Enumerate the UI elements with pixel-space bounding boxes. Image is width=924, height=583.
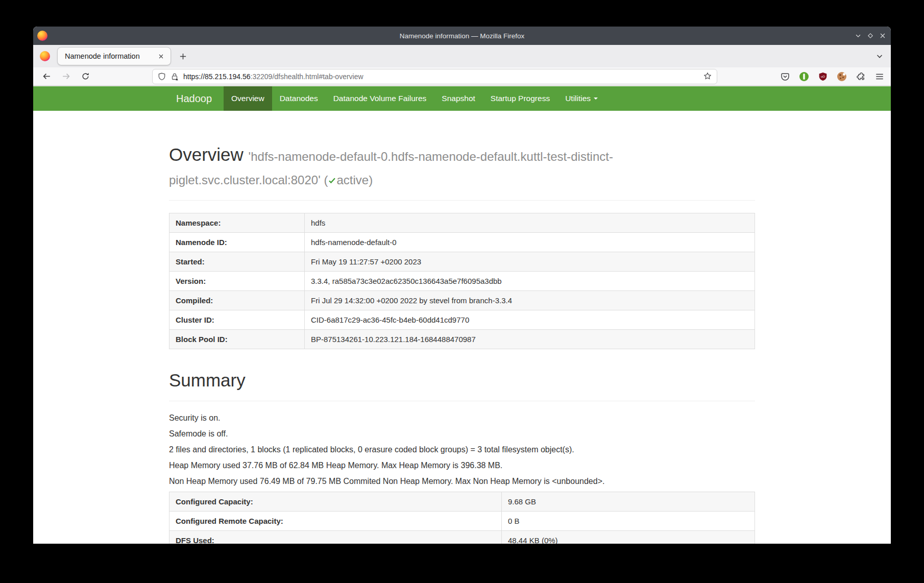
navbar-item[interactable]: Snapshot bbox=[434, 86, 483, 111]
table-row: Namenode ID: hdfs-namenode-default-0 bbox=[169, 233, 755, 252]
tab-title: Namenode information bbox=[65, 52, 156, 60]
close-icon[interactable] bbox=[879, 32, 887, 40]
green-extension-icon[interactable] bbox=[799, 71, 809, 82]
navbar-brand[interactable]: Hadoop bbox=[169, 86, 220, 111]
forward-icon[interactable] bbox=[60, 70, 72, 83]
navbar-item-label: Overview bbox=[231, 86, 264, 111]
row-value: Fri May 19 11:27:57 +0200 2023 bbox=[305, 252, 755, 272]
reload-icon[interactable] bbox=[79, 70, 91, 83]
overview-heading: Overview bbox=[169, 144, 244, 164]
extensions-puzzle-icon[interactable] bbox=[856, 71, 866, 82]
row-label: Cluster ID: bbox=[169, 310, 305, 330]
navbar-item[interactable]: Startup Progress bbox=[483, 86, 557, 111]
row-value: CID-6a817c29-ac36-45fc-b4eb-60dd41cd9770 bbox=[305, 310, 755, 330]
row-label: Block Pool ID: bbox=[169, 330, 305, 349]
pocket-save-icon[interactable] bbox=[780, 71, 790, 82]
navigation-toolbar: https://85.215.194.56:32209/dfshealth.ht… bbox=[33, 67, 891, 86]
summary-text: Heap Memory used 37.76 MB of 62.84 MB He… bbox=[169, 460, 755, 471]
summary-heading: Summary bbox=[169, 369, 755, 392]
browser-tab[interactable]: Namenode information bbox=[57, 47, 171, 65]
row-value: 0 B bbox=[502, 511, 755, 530]
page-title: Overview 'hdfs-namenode-default-0.hdfs-n… bbox=[169, 143, 755, 190]
table-row: Configured Capacity: 9.68 GB bbox=[169, 492, 755, 511]
table-row: Configured Remote Capacity: 0 B bbox=[169, 511, 755, 530]
url-host: https://85.215.194.56 bbox=[183, 72, 251, 81]
window-title: Namenode information — Mozilla Firefox bbox=[33, 32, 891, 40]
maximize-icon[interactable] bbox=[866, 32, 874, 40]
capacity-table: Configured Capacity: 9.68 GB Configured … bbox=[169, 492, 755, 544]
row-value: 48.44 KB (0%) bbox=[502, 530, 755, 544]
navbar-item-label: Startup Progress bbox=[491, 86, 550, 111]
lock-warning-icon[interactable] bbox=[171, 72, 179, 81]
navbar-item[interactable]: Utilities bbox=[557, 86, 605, 111]
row-label: Configured Remote Capacity: bbox=[169, 511, 502, 530]
row-label: DFS Used: bbox=[169, 530, 502, 544]
navbar-item-label: Datanode Volume Failures bbox=[333, 86, 427, 111]
navbar-items: Overview Datanodes Datanode Volume Failu… bbox=[224, 86, 605, 111]
summary-paragraphs: Security is on. Safemode is off. 2 files… bbox=[169, 412, 755, 487]
namenode-info-table: Namespace: hdfs Namenode ID: hdfs-nameno… bbox=[169, 213, 755, 349]
row-value: hdfs bbox=[305, 213, 755, 233]
navbar-item[interactable]: Overview bbox=[224, 86, 272, 111]
tab-close-icon[interactable] bbox=[156, 52, 165, 61]
row-label: Compiled: bbox=[169, 291, 305, 310]
status-badge: active bbox=[336, 173, 369, 187]
ublock-origin-icon[interactable]: uO bbox=[818, 71, 828, 82]
table-row: DFS Used: 48.44 KB (0%) bbox=[169, 530, 755, 544]
tab-strip: Namenode information bbox=[33, 45, 891, 67]
table-row: Compiled: Fri Jul 29 14:32:00 +0200 2022… bbox=[169, 291, 755, 310]
navbar-item-label: Utilities bbox=[565, 86, 591, 111]
row-label: Namespace: bbox=[169, 213, 305, 233]
summary-text: Security is on. bbox=[169, 412, 755, 423]
navbar-item[interactable]: Datanodes bbox=[272, 86, 326, 111]
row-value: hdfs-namenode-default-0 bbox=[305, 233, 755, 252]
firefox-window: Namenode information — Mozilla Firefox N… bbox=[33, 27, 891, 544]
url-text[interactable]: https://85.215.194.56:32209/dfshealth.ht… bbox=[183, 72, 703, 81]
summary-text: 2 files and directories, 1 blocks (1 rep… bbox=[169, 444, 755, 455]
row-value: 9.68 GB bbox=[502, 492, 755, 511]
summary-text: Safemode is off. bbox=[169, 428, 755, 439]
table-row: Version: 3.3.4, ra585a73c3e02ac62350c136… bbox=[169, 272, 755, 291]
summary-text: Non Heap Memory used 76.49 MB of 79.75 M… bbox=[169, 476, 755, 487]
navbar-item-label: Snapshot bbox=[442, 86, 475, 111]
active-check-icon bbox=[328, 173, 336, 181]
url-bar[interactable]: https://85.215.194.56:32209/dfshealth.ht… bbox=[152, 69, 717, 84]
url-path: :32209/dfshealth.html#tab-overview bbox=[251, 72, 363, 81]
row-label: Started: bbox=[169, 252, 305, 272]
row-label: Version: bbox=[169, 272, 305, 291]
svg-text:uO: uO bbox=[821, 75, 825, 78]
table-row: Cluster ID: CID-6a817c29-ac36-45fc-b4eb-… bbox=[169, 310, 755, 330]
utilities-caret-icon bbox=[594, 98, 598, 100]
table-row: Namespace: hdfs bbox=[169, 213, 755, 233]
firefox-view-icon[interactable] bbox=[40, 51, 50, 61]
list-all-tabs-icon[interactable] bbox=[876, 52, 891, 60]
table-row: Block Pool ID: BP-875134261-10.223.121.1… bbox=[169, 330, 755, 349]
menu-hamburger-icon[interactable] bbox=[874, 71, 885, 82]
tracking-shield-icon[interactable] bbox=[158, 72, 166, 81]
hadoop-navbar: Hadoop Overview Datanodes Datanode Volum… bbox=[33, 86, 891, 111]
cookie-icon[interactable] bbox=[837, 71, 847, 82]
page-viewport: Hadoop Overview Datanodes Datanode Volum… bbox=[33, 86, 891, 544]
row-value: BP-875134261-10.223.121.184-168448847098… bbox=[305, 330, 755, 349]
window-titlebar[interactable]: Namenode information — Mozilla Firefox bbox=[33, 27, 891, 45]
row-label: Configured Capacity: bbox=[169, 492, 502, 511]
row-value: 3.3.4, ra585a73c3e02ac62350c136643a5e7f6… bbox=[305, 272, 755, 291]
row-label: Namenode ID: bbox=[169, 233, 305, 252]
minimize-icon[interactable] bbox=[854, 32, 862, 40]
new-tab-icon[interactable] bbox=[176, 50, 189, 63]
back-icon[interactable] bbox=[40, 70, 53, 83]
bookmark-star-icon[interactable] bbox=[703, 72, 713, 81]
row-value: Fri Jul 29 14:32:00 +0200 2022 by stevel… bbox=[305, 291, 755, 310]
navbar-item[interactable]: Datanode Volume Failures bbox=[326, 86, 434, 111]
navbar-item-label: Datanodes bbox=[280, 86, 318, 111]
table-row: Started: Fri May 19 11:27:57 +0200 2023 bbox=[169, 252, 755, 272]
